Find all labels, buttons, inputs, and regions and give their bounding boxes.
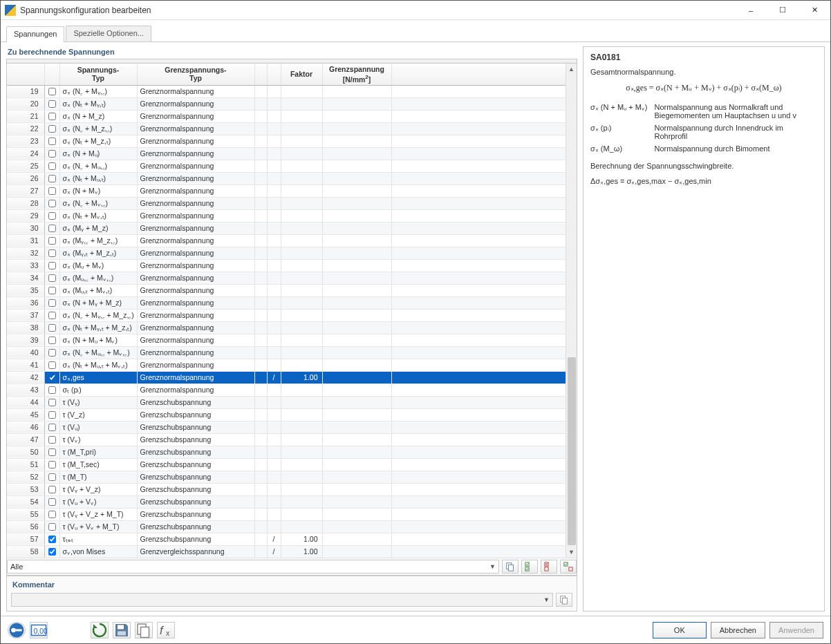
check-all-button[interactable] — [521, 560, 538, 574]
cell-grenzspannung[interactable] — [322, 259, 391, 272]
table-row[interactable]: 22σₓ (N꜀ + M_z,꜀)Grenznormalspannung — [7, 122, 577, 135]
cell-grenzspannung[interactable] — [322, 85, 391, 97]
vertical-scrollbar[interactable]: ▲ ▼ — [566, 64, 577, 558]
cell-spannungstyp[interactable]: σₓ (Nₜ + Mᵤ,ₜ + Mᵥ,ₜ) — [59, 359, 137, 371]
cell-faktor[interactable] — [281, 135, 322, 147]
row-checkbox-cell[interactable] — [44, 321, 59, 334]
cell-grenzspannung[interactable] — [322, 495, 391, 508]
cell-grenztyp[interactable]: Grenzschubspannung — [137, 471, 254, 483]
cell-faktor[interactable] — [281, 234, 322, 247]
cell-spannungstyp[interactable]: τ (Vᵧ + V_z + M_T) — [59, 508, 137, 520]
filter-apply-button[interactable] — [502, 560, 519, 574]
table-row[interactable]: 33σₓ (Mᵤ + Mᵥ)Grenznormalspannung — [7, 259, 577, 272]
reload-button[interactable] — [91, 622, 109, 638]
scroll-up-icon[interactable]: ▲ — [566, 64, 577, 75]
cell-grenztyp[interactable]: Grenzschubspannung — [137, 396, 254, 408]
row-checkbox-cell[interactable] — [44, 172, 59, 184]
table-row[interactable]: 43σₜ (pᵢ)Grenznormalspannung — [7, 383, 577, 396]
cell-grenzspannung[interactable] — [322, 309, 391, 321]
table-row[interactable]: 51τ (M_T,sec)Grenzschubspannung — [7, 458, 577, 471]
cell-faktor[interactable] — [281, 296, 322, 309]
cell-spannungstyp[interactable]: σₓ (Nₜ + Mᵤ,ₜ) — [59, 172, 137, 184]
row-checkbox-cell[interactable] — [44, 259, 59, 272]
table-row[interactable]: 46τ (Vᵤ)Grenzschubspannung — [7, 421, 577, 433]
cell-grenztyp[interactable]: Grenznormalspannung — [137, 259, 254, 272]
cell-grenztyp[interactable]: Grenznormalspannung — [137, 371, 254, 383]
cell-grenzspannung[interactable] — [322, 483, 391, 495]
table-row[interactable]: 50τ (M_T,pri)Grenzschubspannung — [7, 446, 577, 458]
table-row[interactable]: 39σₓ (N + Mᵤ + Mᵥ)Grenznormalspannung — [7, 334, 577, 346]
cell-spannungstyp[interactable]: σₓ (N + Mᵤ + Mᵥ) — [59, 334, 137, 346]
hdr-blank[interactable] — [254, 64, 267, 85]
row-checkbox[interactable] — [48, 536, 56, 543]
cell-grenzspannung[interactable] — [322, 545, 391, 558]
cell-grenztyp[interactable]: Grenznormalspannung — [137, 247, 254, 259]
cell-grenzspannung[interactable] — [322, 147, 391, 160]
cell-grenztyp[interactable]: Grenznormalspannung — [137, 234, 254, 247]
cell-grenztyp[interactable]: Grenzvergleichsspannung — [137, 545, 254, 558]
table-row[interactable]: 53τ (Vᵧ + V_z)Grenzschubspannung — [7, 483, 577, 495]
cell-spannungstyp[interactable]: σₓ (N꜀ + M_z,꜀) — [59, 122, 137, 135]
row-checkbox[interactable] — [48, 324, 56, 332]
row-checkbox-cell[interactable] — [44, 508, 59, 520]
check-default-button[interactable] — [560, 560, 577, 574]
maximize-button[interactable]: ☐ — [767, 1, 799, 20]
cell-grenztyp[interactable]: Grenznormalspannung — [137, 147, 254, 160]
cell-spannungstyp[interactable]: σₓ (Mᵤ,ₜ + Mᵥ,ₜ) — [59, 284, 137, 296]
row-checkbox-cell[interactable] — [44, 483, 59, 495]
cell-spannungstyp[interactable]: τ (Vᵥ) — [59, 433, 137, 446]
stress-grid[interactable]: Spannungs-Typ Grenzspannungs-Typ Faktor … — [7, 64, 577, 558]
table-row[interactable]: 41σₓ (Nₜ + Mᵤ,ₜ + Mᵥ,ₜ)Grenznormalspannu… — [7, 359, 577, 371]
cell-grenztyp[interactable]: Grenznormalspannung — [137, 85, 254, 97]
row-checkbox[interactable] — [48, 262, 56, 269]
cell-spannungstyp[interactable]: τ (Vᵧ + V_z) — [59, 483, 137, 495]
table-row[interactable]: 58σᵥ,von MisesGrenzvergleichsspannung/1.… — [7, 545, 577, 558]
row-checkbox[interactable] — [48, 237, 56, 245]
cell-faktor[interactable] — [281, 272, 322, 284]
cell-faktor[interactable] — [281, 334, 322, 346]
tab-spannungen[interactable]: Spannungen — [6, 26, 64, 42]
table-row[interactable]: 45τ (V_z)Grenzschubspannung — [7, 408, 577, 421]
cell-grenzspannung[interactable] — [322, 97, 391, 110]
cell-faktor[interactable] — [281, 284, 322, 296]
row-checkbox[interactable] — [48, 100, 56, 108]
cell-grenztyp[interactable]: Grenzschubspannung — [137, 495, 254, 508]
cell-spannungstyp[interactable]: σₓ (Mᵧ + M_z) — [59, 222, 137, 234]
table-row[interactable]: 29σₓ (Nₜ + Mᵥ,ₜ)Grenznormalspannung — [7, 209, 577, 222]
row-checkbox-cell[interactable] — [44, 471, 59, 483]
cell-grenzspannung[interactable] — [322, 383, 391, 396]
table-row[interactable]: 25σₓ (N꜀ + Mᵤ,꜀)Grenznormalspannung — [7, 160, 577, 172]
row-checkbox[interactable] — [48, 523, 56, 531]
scroll-down-icon[interactable]: ▼ — [566, 547, 577, 558]
row-checkbox[interactable] — [48, 113, 56, 120]
row-checkbox-cell[interactable] — [44, 334, 59, 346]
row-checkbox[interactable] — [48, 399, 56, 406]
cell-faktor[interactable] — [281, 321, 322, 334]
table-row[interactable]: 56τ (Vᵤ + Vᵥ + M_T)Grenzschubspannung — [7, 520, 577, 533]
row-checkbox-cell[interactable] — [44, 408, 59, 421]
scroll-thumb[interactable] — [568, 357, 576, 545]
cell-grenztyp[interactable]: Grenznormalspannung — [137, 97, 254, 110]
cell-grenztyp[interactable]: Grenznormalspannung — [137, 184, 254, 197]
cell-faktor[interactable] — [281, 122, 322, 135]
cell-spannungstyp[interactable]: σₓ (N + Mᵤ) — [59, 147, 137, 160]
cell-grenzspannung[interactable] — [322, 209, 391, 222]
table-row[interactable]: 20σₓ (Nₜ + Mᵧ,ₜ)Grenznormalspannung — [7, 97, 577, 110]
cell-spannungstyp[interactable]: τ (V_z) — [59, 408, 137, 421]
cell-grenzspannung[interactable] — [322, 433, 391, 446]
table-row[interactable]: 44τ (Vᵧ)Grenzschubspannung — [7, 396, 577, 408]
row-checkbox[interactable] — [48, 548, 56, 556]
cell-grenzspannung[interactable] — [322, 346, 391, 359]
cell-faktor[interactable] — [281, 259, 322, 272]
table-row[interactable]: 26σₓ (Nₜ + Mᵤ,ₜ)Grenznormalspannung — [7, 172, 577, 184]
row-checkbox-cell[interactable] — [44, 197, 59, 209]
cell-grenztyp[interactable]: Grenzschubspannung — [137, 446, 254, 458]
cell-spannungstyp[interactable]: σₓ (N꜀ + Mᵤ,꜀ + Mᵥ,꜀) — [59, 346, 137, 359]
cell-faktor[interactable]: 1.00 — [281, 533, 322, 545]
cell-faktor[interactable] — [281, 446, 322, 458]
table-row[interactable]: 37σₓ (N꜀ + Mᵧ,꜀ + M_z,꜀)Grenznormalspann… — [7, 309, 577, 321]
table-row[interactable]: 19σₓ (N꜀ + Mᵧ,꜀)Grenznormalspannung — [7, 85, 577, 97]
cell-grenzspannung[interactable] — [322, 110, 391, 122]
cell-grenztyp[interactable]: Grenznormalspannung — [137, 172, 254, 184]
table-row[interactable]: 54τ (Vᵤ + Vᵥ)Grenzschubspannung — [7, 495, 577, 508]
